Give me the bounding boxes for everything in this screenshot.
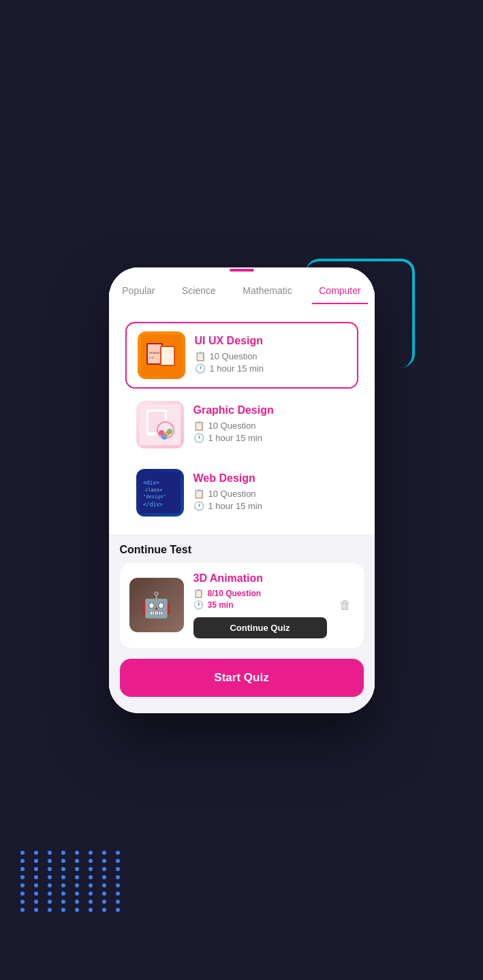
test-item-web[interactable]: <div> class= "design" </div> Web Design … bbox=[125, 461, 358, 525]
tab-science[interactable]: Science bbox=[175, 281, 223, 304]
delete-button[interactable]: 🗑 bbox=[337, 595, 354, 615]
uiux-thumbnail: DESIGN UI UX bbox=[138, 331, 185, 379]
continue-duration: 🕐 35 min bbox=[193, 600, 327, 610]
svg-text:<div>: <div> bbox=[143, 480, 159, 486]
phone-frame: 9:41 ∿ Good Morning Viktori bbox=[109, 267, 375, 713]
graphic-thumbnail bbox=[136, 401, 184, 448]
filter-tabs: Popular Science Mathematic Computer bbox=[109, 274, 375, 304]
handle-bar bbox=[109, 267, 375, 274]
uiux-duration: 🕐 1 hour 15 min bbox=[195, 363, 346, 374]
tab-computer[interactable]: Computer bbox=[312, 281, 367, 304]
continue-course-name: 3D Animation bbox=[193, 572, 327, 585]
start-quiz-button[interactable]: Start Quiz bbox=[120, 659, 364, 697]
web-questions: 📋 10 Question bbox=[193, 489, 347, 499]
graphic-name: Graphic Design bbox=[193, 404, 347, 416]
3d-animation-thumbnail: 🤖 bbox=[129, 578, 184, 632]
tab-mathematic[interactable]: Mathematic bbox=[236, 281, 298, 304]
continue-title: Continue Test bbox=[120, 544, 364, 556]
continue-test-section: Continue Test 🤖 3D Animation 📋 8/10 Ques… bbox=[120, 544, 364, 648]
scene: 9:41 ∿ Good Morning Viktori bbox=[0, 0, 483, 980]
dot-decoration bbox=[20, 851, 125, 912]
svg-rect-28 bbox=[161, 347, 174, 365]
svg-text:class=: class= bbox=[145, 487, 162, 493]
web-thumbnail: <div> class= "design" </div> bbox=[136, 469, 184, 517]
test-item-uiux[interactable]: DESIGN UI UX UI UX Design 📋 10 Question bbox=[125, 322, 358, 389]
graphic-questions: 📋 10 Question bbox=[193, 421, 347, 431]
continue-card: 🤖 3D Animation 📋 8/10 Question 🕐 35 min … bbox=[120, 563, 364, 648]
uiux-info: UI UX Design 📋 10 Question 🕐 1 hour 15 m… bbox=[195, 335, 346, 376]
svg-text:</div>: </div> bbox=[143, 502, 163, 508]
tab-popular[interactable]: Popular bbox=[115, 281, 161, 304]
svg-point-37 bbox=[161, 434, 167, 440]
svg-text:UI UX: UI UX bbox=[149, 357, 155, 359]
filter-section: Popular Science Mathematic Computer bbox=[109, 267, 375, 534]
graphic-duration: 🕐 1 hour 15 min bbox=[193, 433, 347, 443]
test-item-graphic[interactable]: Graphic Design 📋 10 Question 🕐 1 hour 15… bbox=[125, 393, 358, 457]
continue-quiz-button[interactable]: Continue Quiz bbox=[193, 617, 327, 638]
graphic-info: Graphic Design 📋 10 Question 🕐 1 hour 15… bbox=[193, 404, 347, 445]
svg-text:"design": "design" bbox=[143, 494, 166, 500]
uiux-questions: 📋 10 Question bbox=[195, 351, 346, 361]
uiux-name: UI UX Design bbox=[195, 335, 346, 347]
svg-point-38 bbox=[167, 429, 172, 434]
web-duration: 🕐 1 hour 15 min bbox=[193, 501, 347, 511]
test-list: DESIGN UI UX UI UX Design 📋 10 Question bbox=[120, 312, 364, 534]
tests-sheet: ← Tests Popular Science Mathematic Compu… bbox=[109, 267, 375, 713]
continue-info: 3D Animation 📋 8/10 Question 🕐 35 min Co… bbox=[193, 572, 327, 638]
web-name: Web Design bbox=[193, 472, 347, 485]
web-info: Web Design 📋 10 Question 🕐 1 hour 15 min bbox=[193, 472, 347, 513]
continue-questions: 📋 8/10 Question bbox=[193, 589, 327, 598]
drag-handle bbox=[230, 269, 254, 272]
minion-icon: 🤖 bbox=[141, 591, 172, 619]
svg-text:DESIGN: DESIGN bbox=[149, 351, 159, 355]
